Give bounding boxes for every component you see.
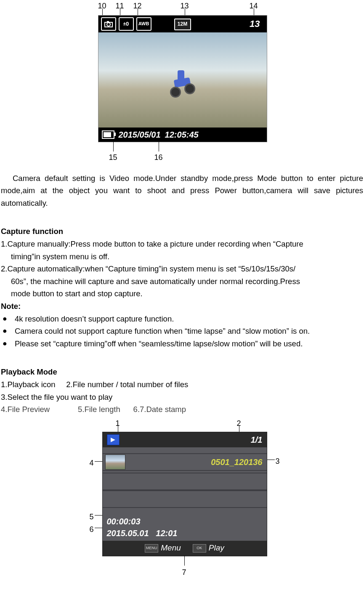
playback-screen-figure: 1 2 3 4 5 6 ▶ 1/1 0501_120136 — [0, 417, 364, 581]
file-thumbnail — [105, 454, 125, 470]
intro-paragraph: Camera default setting is Video mode.Und… — [1, 172, 363, 210]
playback-legend-1: 1.Playback icon 2.File number / total nu… — [1, 378, 363, 391]
bullet-icon: ● — [3, 338, 7, 350]
svg-point-1 — [107, 23, 110, 26]
callout-3: 3 — [276, 455, 280, 468]
file-row-empty — [103, 473, 267, 490]
date-label: 2015/05/01 — [119, 128, 161, 141]
awb-icon: AWB — [136, 17, 151, 31]
ok-key-icon: OK — [193, 544, 206, 553]
bullet-icon: ● — [3, 325, 7, 338]
menu-key-icon: MENU — [145, 544, 158, 553]
playback-legend-3: 4.File Preview 5.File length 6.7.Date st… — [1, 403, 363, 416]
camera-topbar: ±0 AWB 12M 13 — [98, 16, 267, 32]
camera-bottombar: 2015/05/01 12:05:45 — [98, 128, 267, 142]
camera-screen-figure: 10 11 12 13 14 ±0 AWB 12M — [0, 0, 364, 168]
svg-rect-2 — [107, 21, 109, 22]
camera-lcd: ±0 AWB 12M 13 2015/05/01 — [98, 15, 267, 142]
time-label: 12:05:45 — [165, 128, 199, 141]
note-bullet-2: ● Camera could not support capture funct… — [1, 325, 363, 338]
menu-button-label: MENU Menu — [145, 542, 181, 554]
file-name: 0501_120136 — [211, 455, 262, 469]
callout-4: 4 — [90, 457, 94, 469]
capture-item-1: 1.Capture manually:Press mode button to … — [1, 238, 363, 263]
playback-lcd: ▶ 1/1 0501_120136 00:00:03 2015.05.01 12… — [102, 432, 267, 556]
camera-mode-icon — [101, 17, 116, 31]
note-bullet-1: ● 4k resolution doesn’t support capture … — [1, 313, 363, 325]
note-label: Note: — [1, 300, 363, 313]
file-date: 2015.05.01 12:01 — [107, 526, 178, 540]
file-row-selected: 0501_120136 — [103, 453, 267, 471]
shots-remaining: 13 — [250, 16, 264, 31]
capture-item-2: 2.Capture automatically:when “Capture ti… — [1, 263, 363, 300]
file-row-empty — [103, 490, 267, 508]
callout-7: 7 — [182, 566, 186, 579]
capture-function-title: Capture function — [1, 225, 363, 238]
callout-6: 6 — [90, 524, 94, 536]
ev-icon: ±0 — [119, 17, 134, 31]
callout-5: 5 — [90, 511, 94, 523]
playback-legend-2: 3.Select the file you want to play — [1, 391, 363, 404]
playback-mode-title: Playback Mode — [1, 366, 363, 378]
note-bullet-3: ● Please set “capture timing”off when “s… — [1, 338, 363, 350]
resolution-badge: 12M — [174, 19, 191, 30]
playback-bottombar: MENU Menu OK Play — [103, 541, 267, 556]
callout-16: 16 — [154, 151, 163, 164]
callout-15: 15 — [109, 151, 117, 164]
play-button-label: OK Play — [193, 542, 224, 554]
camera-preview-image — [98, 32, 267, 128]
bullet-icon: ● — [3, 313, 7, 325]
playback-icon: ▶ — [107, 434, 120, 445]
playback-topbar: ▶ 1/1 — [103, 432, 267, 447]
file-count: 1/1 — [251, 433, 263, 446]
battery-icon — [102, 130, 114, 139]
